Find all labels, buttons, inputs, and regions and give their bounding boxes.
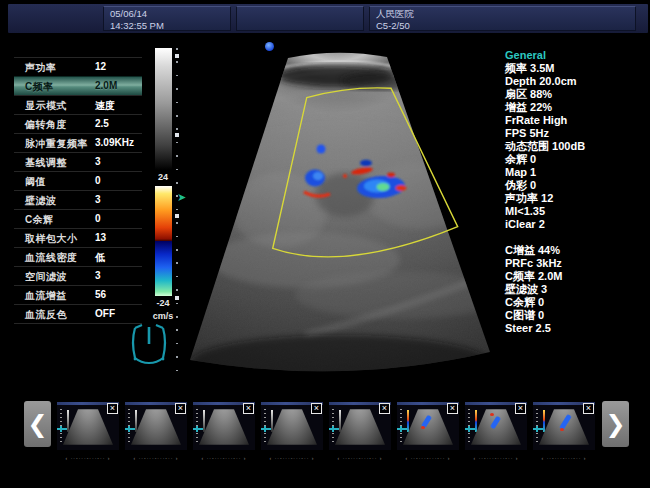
param-row-baseline[interactable]: 基线调整3 (14, 152, 142, 171)
param-map: Map 1 (505, 166, 648, 179)
depth-ruler-mark (175, 133, 179, 137)
depth-ruler-mark (175, 214, 179, 218)
param-c-persistence: C余辉 0 (505, 296, 648, 309)
thumbnail-close-icon[interactable]: × (175, 403, 186, 414)
hospital-probe-display: 人民医院 C5-2/50 (369, 6, 636, 31)
thumbnail-caption: ‹ ··-···-···-·· › (57, 454, 119, 462)
param-pseudo-color: 伪彩 0 (505, 179, 648, 192)
thumbnail-6[interactable]: × (397, 402, 459, 450)
param-sector: 扇区 88% (505, 88, 648, 101)
param-row-flow-invert[interactable]: 血流反色OFF (14, 304, 142, 324)
thumb-graybar (67, 410, 69, 432)
thumbnail-8[interactable]: × (533, 402, 595, 450)
thumbnail-close-icon[interactable]: × (379, 403, 390, 414)
grayscale-bar (155, 48, 172, 170)
param-row-flow-gain[interactable]: 血流增益56 (14, 285, 142, 304)
thumbnail-3[interactable]: × (193, 402, 255, 450)
param-row-packet-size[interactable]: 取样包大小13 (14, 228, 142, 247)
thumbnail-close-icon[interactable]: × (447, 403, 458, 414)
param-depth: Depth 20.0cm (505, 75, 648, 88)
thumb-marker-icon (125, 428, 135, 430)
thumbnail-1[interactable]: × (57, 402, 119, 450)
param-prfc: PRFc 3kHz (505, 257, 648, 270)
thumbnail-4[interactable]: × (261, 402, 323, 450)
thumbnail-caption: ‹ ··-···-···-·· › (193, 454, 255, 462)
thumb-flow-red (560, 428, 564, 431)
color-doppler-bar (155, 186, 172, 296)
thumb-image (63, 406, 113, 448)
thumb-colorbar (475, 410, 477, 432)
param-iclear: iClear 2 (505, 218, 648, 231)
thumbnail-caption: ‹ ··-···-···-·· › (261, 454, 323, 462)
preset-title: General (505, 49, 648, 62)
thumb-colorbar (407, 410, 409, 432)
thumb-colorbar (543, 410, 545, 432)
thumb-image (403, 406, 453, 448)
param-row-wall-filter[interactable]: 壁滤波3 (14, 190, 142, 209)
thumb-image (471, 406, 521, 448)
param-frame-rate: FrRate High (505, 114, 648, 127)
top-status-bar: 05/06/14 14:32:55 PM 人民医院 C5-2/50 (8, 4, 648, 33)
param-c-map: C图谱 0 (505, 309, 648, 322)
thumbnail-caption: ‹ ··-···-···-·· › (533, 454, 595, 462)
thumbnail-close-icon[interactable]: × (243, 403, 254, 414)
thumbnail-caption: ‹ ··-···-···-·· › (465, 454, 527, 462)
param-c-gain: C增益 44% (505, 244, 648, 257)
depth-ruler-mark (175, 296, 179, 300)
thumb-marker-icon (329, 428, 339, 430)
thumbnail-caption: ‹ ··-···-···-·· › (397, 454, 459, 462)
param-row-threshold[interactable]: 阈值0 (14, 171, 142, 190)
thumb-marker-icon (57, 428, 67, 430)
thumbnail-close-icon[interactable]: × (583, 403, 594, 414)
param-mi: MI<1.35 (505, 205, 648, 218)
thumbnail-prev-button[interactable]: ❮ (24, 401, 51, 447)
thumbnail-5[interactable]: × (329, 402, 391, 450)
param-wall-filter: 壁滤波 3 (505, 283, 648, 296)
param-row-c-persistence[interactable]: C余辉0 (14, 209, 142, 228)
thumb-marker-icon (397, 428, 407, 430)
param-acoustic-power: 声功率 12 (505, 192, 648, 205)
thumb-marker-icon (465, 428, 475, 430)
param-row-c-frequency-selected[interactable]: C频率2.0M (14, 76, 142, 95)
thumbnail-close-icon[interactable]: × (311, 403, 322, 414)
param-row-line-density[interactable]: 血流线密度低 (14, 247, 142, 266)
param-dynamic-range: 动态范围 100dB (505, 140, 648, 153)
param-gain: 增益 22% (505, 101, 648, 114)
param-row-spatial-filter[interactable]: 空间滤波3 (14, 266, 142, 285)
thumb-image (335, 406, 385, 448)
velocity-max-label: 24 (146, 172, 180, 182)
thumb-marker-icon (533, 428, 543, 430)
param-persistence: 余辉 0 (505, 153, 648, 166)
datetime-display: 05/06/14 14:32:55 PM (103, 6, 231, 31)
param-row-prf[interactable]: 脉冲重复频率3.09KHz (14, 133, 142, 152)
thumbnail-close-icon[interactable]: × (107, 403, 118, 414)
thumbnail-caption: ‹ ··-···-···-·· › (329, 454, 391, 462)
thumb-image (131, 406, 181, 448)
thumb-flow-red (421, 426, 425, 429)
param-fps: FPS 5Hz (505, 127, 648, 140)
thumb-image (267, 406, 317, 448)
param-steer: Steer 2.5 (505, 322, 648, 335)
thumb-marker-icon (261, 428, 271, 430)
thumbnail-7[interactable]: × (465, 402, 527, 450)
thumb-flow-red (490, 413, 494, 416)
body-mark-icon (127, 320, 171, 368)
thumb-image (199, 406, 249, 448)
thumbnail-caption: ‹ ··-···-···-·· › (125, 454, 187, 462)
thumbnail-close-icon[interactable]: × (515, 403, 526, 414)
param-c-frequency: C频率 2.0M (505, 270, 648, 283)
param-row-display-mode[interactable]: 显示模式速度 (14, 95, 142, 114)
thumbnail-next-button[interactable]: ❯ (602, 401, 629, 447)
parameter-menu: 声功率12 C频率2.0M 显示模式速度 偏转角度2.5 脉冲重复频率3.09K… (0, 57, 146, 324)
depth-ruler-mark (175, 54, 179, 58)
thumbnail-2[interactable]: × (125, 402, 187, 450)
depth-ruler (176, 48, 178, 374)
param-frequency: 频率 3.5M (505, 62, 648, 75)
patient-info-box (236, 6, 364, 31)
imaging-parameters-panel: General 频率 3.5M Depth 20.0cm 扇区 88% 增益 2… (505, 49, 648, 335)
ultrasound-image[interactable] (185, 45, 495, 378)
param-row-steer-angle[interactable]: 偏转角度2.5 (14, 114, 142, 133)
param-row-acoustic-power[interactable]: 声功率12 (14, 57, 142, 76)
thumb-marker-icon (193, 428, 203, 430)
